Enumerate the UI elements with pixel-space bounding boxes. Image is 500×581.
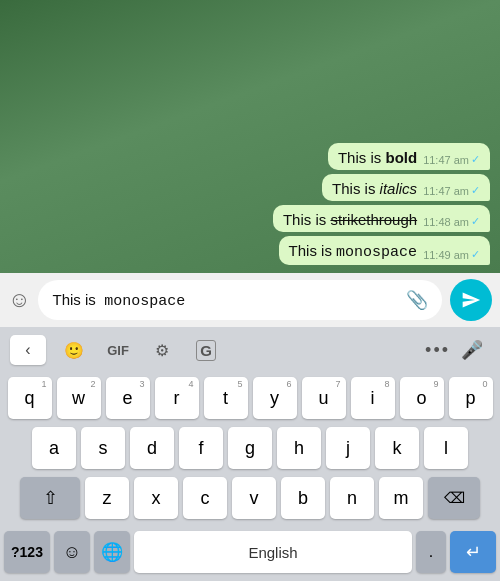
check-icon-2: ✓ bbox=[471, 184, 480, 197]
mic-icon: 🎤 bbox=[461, 339, 483, 361]
enter-key[interactable]: ↵ bbox=[450, 531, 496, 573]
more-options-button[interactable]: ••• bbox=[425, 340, 450, 361]
shift-key[interactable]: ⇧ bbox=[20, 477, 80, 519]
message-bubble-1: This is bold 11:47 am ✓ bbox=[328, 143, 490, 170]
sticker-button[interactable]: 🙂 bbox=[56, 335, 92, 365]
key-z[interactable]: z bbox=[85, 477, 129, 519]
enter-icon: ↵ bbox=[466, 541, 481, 563]
keyboard-row-3: ⇧ z x c v b n m ⌫ bbox=[2, 477, 498, 519]
send-icon bbox=[461, 290, 481, 310]
key-r[interactable]: 4r bbox=[155, 377, 199, 419]
translate-button[interactable]: G bbox=[188, 335, 224, 365]
key-a[interactable]: a bbox=[32, 427, 76, 469]
message-text-1: This is bold bbox=[338, 149, 417, 166]
check-icon-1: ✓ bbox=[471, 153, 480, 166]
back-chevron-icon: ‹ bbox=[25, 341, 30, 359]
settings-button[interactable]: ⚙ bbox=[144, 335, 180, 365]
key-s[interactable]: s bbox=[81, 427, 125, 469]
keyboard-topbar: ‹ 🙂 GIF ⚙ G ••• 🎤 bbox=[0, 327, 500, 373]
send-button[interactable] bbox=[450, 279, 492, 321]
message-bubble-3: This is strikethrough 11:48 am ✓ bbox=[273, 205, 490, 232]
numbers-button[interactable]: ?123 bbox=[4, 531, 50, 573]
message-meta-3: 11:48 am ✓ bbox=[423, 215, 480, 228]
dots-icon: ••• bbox=[425, 340, 450, 360]
key-j[interactable]: j bbox=[326, 427, 370, 469]
key-o[interactable]: 9o bbox=[400, 377, 444, 419]
message-input[interactable]: This is monospace 📎 bbox=[38, 280, 442, 320]
keyboard-row-2: a s d f g h j k l bbox=[2, 427, 498, 469]
key-w[interactable]: 2w bbox=[57, 377, 101, 419]
period-key[interactable]: . bbox=[416, 531, 446, 573]
key-g[interactable]: g bbox=[228, 427, 272, 469]
key-x[interactable]: x bbox=[134, 477, 178, 519]
key-d[interactable]: d bbox=[130, 427, 174, 469]
shift-icon: ⇧ bbox=[43, 487, 58, 509]
space-bar[interactable]: English bbox=[134, 531, 412, 573]
input-area: ☺ This is monospace 📎 bbox=[0, 273, 500, 327]
message-meta-1: 11:47 am ✓ bbox=[423, 153, 480, 166]
input-text: This is monospace bbox=[52, 291, 400, 310]
message-bubble-4: This is monospace 11:49 am ✓ bbox=[279, 236, 490, 265]
key-y[interactable]: 6y bbox=[253, 377, 297, 419]
smiley-icon: ☺ bbox=[63, 542, 81, 563]
backspace-icon: ⌫ bbox=[444, 489, 465, 507]
emoji-button[interactable]: ☺ bbox=[8, 287, 30, 313]
key-v[interactable]: v bbox=[232, 477, 276, 519]
key-c[interactable]: c bbox=[183, 477, 227, 519]
backspace-key[interactable]: ⌫ bbox=[428, 477, 480, 519]
message-text-2: This is italics bbox=[332, 180, 417, 197]
keyboard-bottom-row: ?123 ☺ 🌐 English . ↵ bbox=[0, 527, 500, 581]
message-meta-4: 11:49 am ✓ bbox=[423, 248, 480, 261]
message-text-4: This is monospace bbox=[289, 242, 418, 261]
key-h[interactable]: h bbox=[277, 427, 321, 469]
check-icon-3: ✓ bbox=[471, 215, 480, 228]
message-text-3: This is strikethrough bbox=[283, 211, 417, 228]
keyboard-row-1: 1q 2w 3e 4r 5t 6y 7u 8i 9o 0p bbox=[2, 377, 498, 419]
keyboard: 1q 2w 3e 4r 5t 6y 7u 8i 9o 0p a s d f g … bbox=[0, 373, 500, 527]
check-icon-4: ✓ bbox=[471, 248, 480, 261]
globe-icon: 🌐 bbox=[101, 541, 123, 563]
mic-button[interactable]: 🎤 bbox=[454, 335, 490, 365]
gif-button[interactable]: GIF bbox=[100, 335, 136, 365]
key-u[interactable]: 7u bbox=[302, 377, 346, 419]
key-k[interactable]: k bbox=[375, 427, 419, 469]
key-f[interactable]: f bbox=[179, 427, 223, 469]
key-e[interactable]: 3e bbox=[106, 377, 150, 419]
globe-button[interactable]: 🌐 bbox=[94, 531, 130, 573]
message-bubble-2: This is italics 11:47 am ✓ bbox=[322, 174, 490, 201]
key-m[interactable]: m bbox=[379, 477, 423, 519]
emoji-keyboard-button[interactable]: ☺ bbox=[54, 531, 90, 573]
key-l[interactable]: l bbox=[424, 427, 468, 469]
key-p[interactable]: 0p bbox=[449, 377, 493, 419]
keyboard-back-button[interactable]: ‹ bbox=[10, 335, 46, 365]
paperclip-button[interactable]: 📎 bbox=[406, 289, 428, 311]
sticker-icon: 🙂 bbox=[64, 341, 84, 360]
key-t[interactable]: 5t bbox=[204, 377, 248, 419]
key-i[interactable]: 8i bbox=[351, 377, 395, 419]
key-q[interactable]: 1q bbox=[8, 377, 52, 419]
key-n[interactable]: n bbox=[330, 477, 374, 519]
translate-icon: G bbox=[196, 340, 216, 361]
message-meta-2: 11:47 am ✓ bbox=[423, 184, 480, 197]
key-b[interactable]: b bbox=[281, 477, 325, 519]
chat-area: This is bold 11:47 am ✓ This is italics … bbox=[0, 0, 500, 273]
settings-icon: ⚙ bbox=[155, 341, 169, 360]
